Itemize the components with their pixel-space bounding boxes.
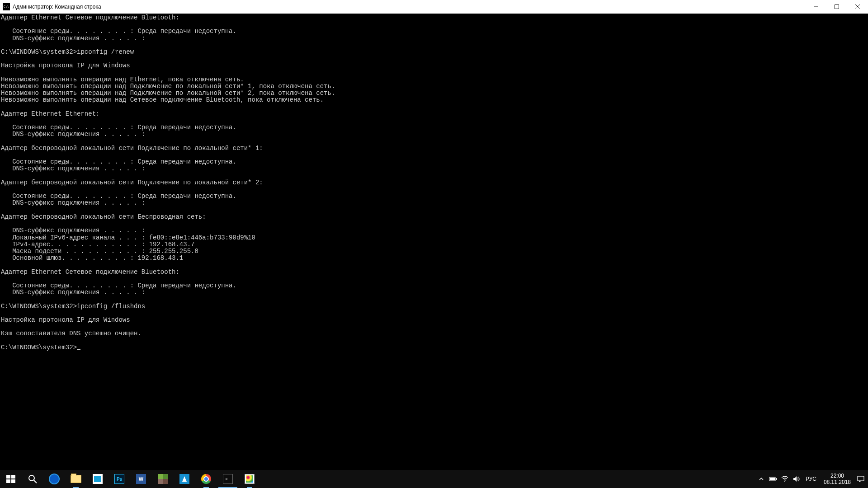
photoshop-icon: Ps — [114, 474, 124, 484]
taskbar-app-cmd[interactable]: >_ — [217, 470, 239, 488]
windows-icon — [5, 474, 16, 484]
taskbar-app-word[interactable]: W — [130, 470, 152, 488]
svg-point-13 — [784, 481, 785, 482]
taskbar-app-explorer[interactable] — [65, 470, 87, 488]
edge-icon — [49, 474, 60, 484]
start-button[interactable] — [0, 470, 22, 488]
taskbar: Ps W >_ РУС — [0, 470, 868, 488]
svg-rect-11 — [776, 478, 777, 480]
taskbar-left: Ps W >_ — [0, 470, 260, 488]
chevron-up-icon — [759, 476, 764, 482]
tray-chevron-up[interactable] — [756, 470, 767, 488]
taskbar-spacer — [260, 470, 756, 488]
search-icon — [27, 474, 38, 484]
svg-rect-7 — [11, 479, 15, 483]
maximize-button[interactable] — [826, 0, 847, 14]
title-bar[interactable]: Администратор: Командная строка — [0, 0, 868, 14]
terminal-output[interactable]: Адаптер Ethernet Сетевое подключение Blu… — [0, 14, 868, 470]
cmd-app-icon — [3, 3, 10, 10]
svg-rect-15 — [858, 476, 864, 481]
svg-line-9 — [34, 480, 37, 483]
tray-action-center[interactable] — [855, 470, 866, 488]
taskbar-app-minecraft[interactable] — [152, 470, 174, 488]
taskbar-app-paint[interactable] — [239, 470, 260, 488]
tray-wifi[interactable] — [779, 470, 790, 488]
vegas-icon — [179, 474, 189, 484]
tray-date: 08.11.2018 — [824, 479, 851, 485]
window-title: Администратор: Командная строка — [13, 4, 101, 10]
minimize-button[interactable] — [806, 0, 826, 14]
tray-battery[interactable] — [768, 470, 778, 488]
tray-clock[interactable]: 22:00 08.11.2018 — [820, 470, 854, 488]
close-button[interactable] — [847, 0, 868, 14]
tray-volume[interactable] — [791, 470, 802, 488]
taskbar-app-photoshop[interactable]: Ps — [108, 470, 130, 488]
cmd-icon: >_ — [223, 474, 233, 484]
wifi-icon — [781, 476, 788, 482]
folder-icon — [71, 475, 81, 483]
word-icon: W — [136, 474, 146, 484]
chrome-icon — [201, 474, 211, 484]
notification-icon — [857, 476, 864, 482]
taskbar-app-edge[interactable] — [43, 470, 65, 488]
system-tray: РУС 22:00 08.11.2018 — [756, 470, 868, 488]
svg-rect-4 — [6, 475, 10, 479]
volume-icon — [793, 476, 800, 482]
paint-icon — [245, 474, 255, 484]
svg-rect-1 — [835, 5, 839, 9]
tray-language[interactable]: РУС — [803, 470, 819, 488]
svg-rect-5 — [11, 475, 15, 479]
terminal-cursor — [77, 349, 80, 350]
taskbar-app-store[interactable] — [87, 470, 108, 488]
search-button[interactable] — [22, 470, 43, 488]
tray-time: 22:00 — [830, 473, 844, 479]
battery-icon — [769, 476, 777, 482]
svg-marker-14 — [793, 476, 797, 482]
svg-point-8 — [29, 475, 34, 481]
store-icon — [93, 474, 103, 484]
svg-rect-12 — [770, 478, 775, 480]
svg-rect-6 — [6, 479, 10, 483]
minecraft-icon — [158, 474, 168, 484]
taskbar-app-vegas[interactable] — [174, 470, 195, 488]
taskbar-app-chrome[interactable] — [195, 470, 217, 488]
